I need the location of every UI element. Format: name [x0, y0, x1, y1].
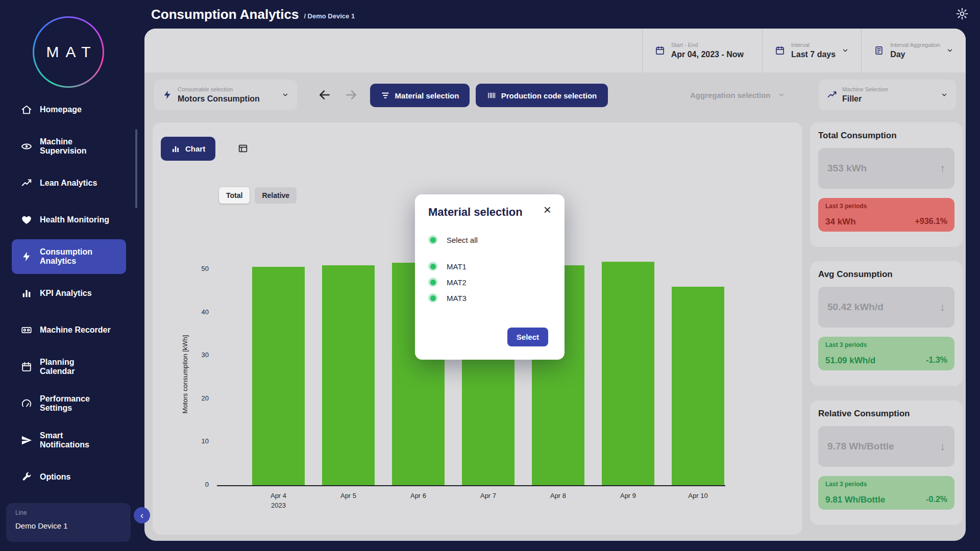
material-filter-icon [381, 91, 390, 100]
period-delta: -1.3% [926, 356, 947, 366]
card-title: Total Consumption [818, 131, 954, 141]
interval-value: Last 7 days [791, 50, 836, 59]
breadcrumb: / Demo Device 1 [304, 12, 355, 20]
card-value-box: 50.42 kWh/d↓ [818, 287, 954, 328]
sidebar-item-machine-recorder[interactable]: Machine Recorder [12, 313, 126, 347]
bar-apr-9 [602, 262, 654, 485]
calendar-icon [21, 361, 32, 372]
interval-aggregation-value: Day [890, 50, 940, 59]
sidebar-item-label: Options [40, 472, 70, 482]
date-range-select[interactable]: Start - End Apr 04, 2023 - Now [642, 29, 762, 72]
x-tick-label: Apr 6 [410, 491, 426, 501]
arrow-left-icon [318, 88, 331, 102]
y-tick-label: 10 [182, 437, 209, 445]
close-icon[interactable]: × [544, 205, 551, 215]
forward-arrow-button[interactable] [341, 86, 361, 105]
gear-icon[interactable] [955, 7, 969, 20]
sidebar-item-smart-notifications[interactable]: Smart Notifications [12, 423, 126, 458]
sidebar-scrollbar[interactable] [135, 129, 137, 208]
chevron-down-icon [941, 91, 948, 98]
sidebar-item-performance-settings[interactable]: Performance Settings [12, 386, 126, 421]
table-view-icon[interactable] [237, 143, 249, 154]
line-value: Demo Device 1 [15, 521, 121, 530]
sidebar-item-homepage[interactable]: Homepage [12, 92, 126, 127]
recorder-icon [21, 324, 32, 336]
interval-select[interactable]: Interval Last 7 days [762, 29, 861, 72]
bolt-icon [21, 251, 32, 262]
date-range-value: Apr 04, 2023 - Now [671, 50, 744, 59]
machine-selection-select[interactable]: Machine Selection Filler [819, 80, 956, 110]
select-button[interactable]: Select [507, 328, 548, 346]
calendar-icon [655, 45, 665, 56]
sidebar-item-options[interactable]: Options [12, 460, 126, 494]
trend-line-icon [827, 90, 837, 100]
toggle-on-icon[interactable] [428, 235, 437, 244]
sidebar-item-label: Machine Supervision [40, 137, 87, 156]
y-tick-label: 20 [182, 394, 209, 402]
line-selector-card[interactable]: Line Demo Device 1 [6, 503, 131, 542]
mode-total-button[interactable]: Total [219, 187, 250, 204]
toggle-on-icon[interactable] [428, 293, 437, 303]
material-option-mat2[interactable]: MAT2 [428, 278, 551, 287]
x-tick-label: Apr 7 [480, 491, 496, 501]
sidebar-item-machine-supervision[interactable]: Machine Supervision [12, 129, 126, 164]
material-option-mat1[interactable]: MAT1 [428, 262, 551, 271]
sidebar-item-consumption-analytics[interactable]: Consumption Analytics [12, 239, 126, 274]
production-code-selection-button[interactable]: Production code selection [476, 84, 608, 107]
sidebar-item-label: Homepage [40, 105, 82, 114]
card-period-box: Last 3 periods51.09 kWh/d-1.3% [818, 337, 954, 370]
modal-title: Material selection [428, 206, 523, 219]
sidebar-item-health-monitoring[interactable]: Health Monitoring [12, 203, 126, 237]
y-tick-label: 40 [182, 308, 209, 316]
mode-relative-button[interactable]: Relative [255, 187, 297, 204]
card-period-box: Last 3 periods9.81 Wh/Bottle-0.2% [818, 476, 954, 510]
toggle-on-icon[interactable] [428, 278, 437, 287]
sidebar-item-lean-analytics[interactable]: Lean Analytics [12, 166, 126, 201]
barcode-icon [487, 91, 496, 100]
chart-view-button-label: Chart [185, 144, 205, 153]
period-value: 34 kWh [825, 217, 856, 227]
back-arrow-button[interactable] [315, 86, 334, 105]
consumable-selection-label: Consumable selection [178, 86, 276, 92]
consumable-selection-value: Motors Consumption [178, 94, 276, 104]
line-label: Line [15, 509, 121, 516]
app-logo-text: MAT [39, 43, 97, 61]
period-label: Last 3 periods [825, 481, 947, 488]
top-toolbar: Start - End Apr 04, 2023 - Now Interval … [144, 29, 966, 72]
sidebar-item-kpi-analytics[interactable]: KPI Analytics [12, 276, 126, 311]
sidebar-item-label: Performance Settings [40, 394, 90, 413]
material-option-label: MAT2 [447, 278, 467, 287]
consumable-selection-select[interactable]: Consumable selection Motors Consumption [154, 80, 297, 110]
date-range-label: Start - End [671, 42, 744, 48]
bar-apr-4 [252, 267, 305, 485]
material-selection-button[interactable]: Material selection [370, 84, 470, 107]
aggregation-selection-select[interactable]: Aggregation selection [690, 80, 805, 110]
interval-label: Interval [791, 42, 836, 48]
wrench-icon [21, 471, 32, 483]
material-option-label: MAT1 [447, 262, 467, 271]
period-value: 51.09 kWh/d [825, 356, 875, 366]
gauge-icon [21, 398, 32, 409]
card-title: Relative Consumption [818, 409, 954, 419]
y-tick-label: 0 [182, 481, 209, 488]
sidebar-collapse-button[interactable]: ‹ [134, 507, 150, 523]
heart-icon [21, 214, 32, 226]
chart-view-button[interactable]: Chart [161, 137, 215, 161]
select-all-option[interactable]: Select all [428, 235, 551, 244]
material-option-mat3[interactable]: MAT3 [428, 293, 551, 303]
mode-toggle: Total Relative [219, 187, 297, 204]
period-delta: +936.1% [915, 217, 947, 227]
period-delta: -0.2% [926, 495, 947, 505]
sidebar-item-label: Smart Notifications [40, 431, 89, 450]
toggle-on-icon[interactable] [428, 262, 437, 271]
period-label: Last 3 periods [825, 341, 947, 348]
machine-selection-value: Filler [842, 94, 935, 104]
interval-aggregation-label: Interval Aggregation [890, 42, 940, 48]
sidebar-item-planning-calendar[interactable]: Planning Calendar [12, 349, 126, 384]
card-value: 9.78 Wh/Bottle [827, 441, 894, 452]
app-logo-inner: MAT [34, 18, 103, 86]
eye-icon [21, 141, 32, 152]
interval-aggregation-select[interactable]: Interval Aggregation Day [861, 29, 966, 72]
sidebar-item-label: Consumption Analytics [40, 247, 92, 266]
card-total-consumption: Total Consumption353 kWh↑Last 3 periods3… [810, 122, 963, 247]
